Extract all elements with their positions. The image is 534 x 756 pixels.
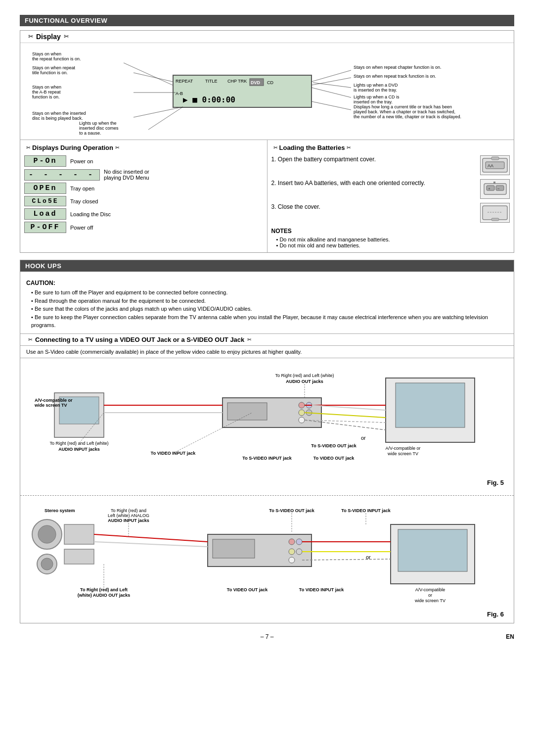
- svg-rect-91: [64, 524, 94, 544]
- svg-text:wide screen TV: wide screen TV: [34, 403, 67, 408]
- svg-text:Stays on when repeat chapter f: Stays on when repeat chapter function is…: [354, 65, 442, 70]
- svg-point-60: [299, 410, 305, 416]
- battery-icon-2: + −: [480, 179, 510, 199]
- caution-title: CAUTION:: [26, 280, 508, 286]
- display-desc-tray-open: Tray open: [70, 186, 94, 191]
- connecting-header: Connecting to a TV using a VIDEO OUT Jac…: [20, 333, 514, 346]
- svg-text:To S-VIDEO OUT jack: To S-VIDEO OUT jack: [269, 508, 314, 513]
- battery-compartment-svg: AA: [482, 156, 509, 175]
- svg-text:A/V-compatible: A/V-compatible: [415, 587, 445, 592]
- svg-text:Stays on when the inserted: Stays on when the inserted: [32, 111, 86, 116]
- battery-close-svg: [482, 203, 509, 222]
- svg-text:Stays on when: Stays on when: [32, 51, 61, 56]
- svg-line-100: [94, 534, 208, 542]
- svg-text:AUDIO OUT jacks: AUDIO OUT jacks: [286, 379, 323, 384]
- svg-line-12: [124, 63, 173, 85]
- connection-diagram-2: Stereo system A/V-compatible o: [20, 500, 514, 623]
- svg-text:DVD: DVD: [251, 80, 261, 85]
- notes-item-1: Do not mix alkaline and manganese batter…: [276, 236, 510, 242]
- svg-line-30: [313, 83, 351, 88]
- svg-text:AA: AA: [488, 163, 493, 168]
- svg-text:AUDIO INPUT jacks: AUDIO INPUT jacks: [108, 518, 149, 523]
- caution-item-2: Read through the operation manual for th…: [31, 297, 508, 305]
- svg-text:To Right (red) and: To Right (red) and: [111, 508, 146, 513]
- svg-text:played back. When a chapter or: played back. When a chapter or track has…: [354, 109, 455, 114]
- svg-rect-53: [396, 383, 465, 427]
- svg-text:Stays on when: Stays on when: [32, 85, 61, 90]
- svg-text:TITLE: TITLE: [205, 79, 218, 84]
- svg-text:CHP TRK: CHP TRK: [227, 79, 247, 84]
- svg-line-33: [312, 88, 351, 97]
- display-symbol-power-off: P-OFF: [24, 222, 66, 233]
- display-row-loading: Load Loading the Disc: [24, 208, 263, 220]
- svg-point-96: [296, 539, 302, 545]
- display-content: REPEAT TITLE CHP TRK DVD CD A-B ▶ ■ 0:00…: [20, 43, 514, 140]
- display-diagram: REPEAT TITLE CHP TRK DVD CD A-B ▶ ■ 0:00…: [30, 48, 504, 135]
- battery-step-1-text: 1. Open the battery compartment cover.: [271, 155, 476, 164]
- svg-text:the number of a new title, cha: the number of a new title, chapter or tr…: [354, 114, 461, 119]
- svg-text:To VIDEO OUT jack: To VIDEO OUT jack: [227, 587, 268, 592]
- svg-text:Stays on when repeat: Stays on when repeat: [32, 65, 76, 70]
- battery-step-3: 3. Close the cover.: [271, 203, 510, 223]
- svg-text:Left (white) ANALOG: Left (white) ANALOG: [108, 513, 149, 518]
- svg-rect-41: [491, 157, 499, 160]
- svg-text:inserted disc comes: inserted disc comes: [79, 126, 119, 131]
- loading-batteries-section: Loading the Batteries 1. Open the batter…: [267, 140, 514, 252]
- hook-ups-header: HOOK UPS: [20, 260, 514, 272]
- loading-batteries-header: Loading the Batteries: [271, 144, 510, 151]
- connection-diagram-1: A/V-compatible or wide screen TV To Righ…: [20, 358, 514, 491]
- svg-text:Lights up when a CD is: Lights up when a CD is: [354, 94, 400, 99]
- svg-text:title function is on.: title function is on.: [32, 70, 68, 75]
- display-symbol-tray-open: OPEn: [24, 183, 66, 194]
- svg-text:To VIDEO INPUT jack: To VIDEO INPUT jack: [299, 587, 344, 592]
- svg-text:inserted on the tray.: inserted on the tray.: [354, 99, 393, 104]
- svg-line-109: [302, 559, 391, 560]
- display-desc-tray-closed: Tray closed: [70, 198, 98, 204]
- svg-point-90: [41, 558, 53, 570]
- display-symbol-no-disc: - - - - -: [24, 169, 100, 181]
- battery-icon-1: AA: [480, 155, 510, 175]
- svg-rect-50: [491, 218, 499, 221]
- svg-rect-103: [398, 529, 467, 571]
- svg-text:(white) AUDIO OUT jacks: (white) AUDIO OUT jacks: [78, 593, 131, 598]
- battery-insert-svg: + −: [482, 180, 509, 198]
- svg-point-98: [296, 549, 302, 555]
- svg-text:A/V-compatible or: A/V-compatible or: [35, 398, 73, 403]
- svg-text:Stays on when repeat track fun: Stays on when repeat track function is o…: [354, 74, 436, 79]
- display-row-no-disc: - - - - - No disc inserted orplaying DVD…: [24, 169, 263, 181]
- display-symbol-loading: Load: [24, 208, 66, 220]
- svg-text:REPEAT: REPEAT: [176, 79, 193, 84]
- svg-text:−: −: [497, 187, 500, 191]
- display-desc-power-off: Power off: [70, 225, 93, 231]
- display-row-power-on: P-On Power on: [24, 155, 263, 167]
- hook-ups-section: HOOK UPS CAUTION: Be sure to turn off th…: [20, 260, 514, 623]
- svg-text:To S-VIDEO INPUT jack: To S-VIDEO INPUT jack: [341, 508, 391, 513]
- svg-line-101: [94, 542, 208, 547]
- svg-line-64: [312, 405, 386, 410]
- notes-section: NOTES Do not mix alkaline and manganese …: [271, 228, 510, 248]
- svg-rect-49: [483, 206, 507, 220]
- page-number: – 7 –: [261, 633, 274, 640]
- battery-step-2: 2. Insert two AA batteries, with each on…: [271, 179, 510, 199]
- svg-line-19: [134, 107, 183, 117]
- svg-text:Lights up when a DVD: Lights up when a DVD: [354, 83, 398, 88]
- svg-text:wide screen TV: wide screen TV: [414, 598, 445, 603]
- caution-item-4: Be sure to keep the Player connection ca…: [31, 313, 508, 330]
- svg-point-58: [299, 402, 305, 408]
- fig6-label: Fig. 6: [25, 611, 509, 618]
- battery-step-3-text: 3. Close the cover.: [271, 203, 476, 211]
- svg-text:To Right (red) and Left (white: To Right (red) and Left (white): [275, 373, 334, 378]
- caution-box: CAUTION: Be sure to turn off the Player …: [20, 276, 514, 333]
- sub-sections: Displays During Operation P-On Power on …: [20, 140, 514, 252]
- svg-point-95: [289, 539, 295, 545]
- svg-text:or: or: [361, 435, 366, 441]
- svg-text:function is on.: function is on.: [32, 94, 60, 99]
- display-desc-loading: Loading the Disc: [70, 211, 111, 217]
- caution-item-3: Be sure that the colors of the jacks and…: [31, 305, 508, 313]
- svg-point-97: [289, 549, 295, 555]
- display-desc-power-on: Power on: [70, 158, 93, 164]
- svg-point-99: [289, 557, 295, 563]
- svg-text:wide screen TV: wide screen TV: [387, 451, 418, 456]
- connection-diagram-1-svg: A/V-compatible or wide screen TV To Righ…: [30, 363, 504, 477]
- svg-text:is inserted on the tray.: is inserted on the tray.: [354, 88, 397, 93]
